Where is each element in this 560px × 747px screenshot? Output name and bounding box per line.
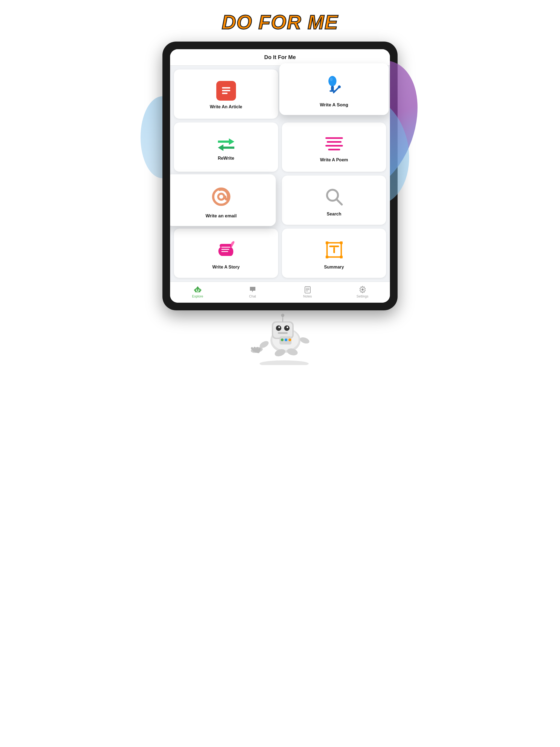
svg-point-47: [299, 336, 310, 344]
robot-illustration: [242, 305, 318, 365]
story-icon-svg: [215, 239, 237, 261]
rewrite-icon: [215, 136, 237, 152]
poem-icon: [324, 134, 344, 154]
svg-point-57: [288, 338, 291, 341]
card-write-email[interactable]: Write an email: [170, 175, 276, 226]
notes-icon: [304, 286, 311, 293]
svg-rect-19: [329, 246, 339, 247]
svg-rect-0: [222, 87, 230, 88]
email-icon-svg: [208, 184, 233, 209]
story-icon: [215, 239, 237, 261]
nav-explore-label: Explore: [192, 294, 203, 298]
nav-notes-label: Notes: [303, 294, 312, 298]
card-write-poem-label: Write A Poem: [320, 157, 348, 162]
poem-line-4: [328, 149, 340, 150]
svg-point-40: [278, 327, 280, 328]
svg-rect-16: [340, 241, 342, 244]
svg-rect-1: [222, 90, 230, 91]
nav-chat[interactable]: Chat: [242, 286, 263, 298]
app-header-title: Do It For Me: [264, 54, 296, 60]
rewrite-icon-svg: [215, 136, 237, 152]
card-write-article-label: Write An Article: [210, 104, 242, 109]
nav-explore[interactable]: Explore: [187, 286, 209, 298]
svg-point-44: [281, 314, 284, 317]
svg-rect-15: [326, 241, 328, 244]
card-rewrite[interactable]: ReWrite: [174, 123, 278, 172]
svg-line-13: [337, 199, 342, 205]
card-summary[interactable]: Summary: [282, 229, 386, 278]
gear-icon-svg: [359, 286, 366, 293]
card-write-story[interactable]: Write A Story: [174, 229, 278, 278]
page-title: DO FOR ME: [222, 11, 338, 33]
svg-rect-18: [340, 256, 342, 258]
summary-icon-svg: [323, 239, 345, 261]
svg-point-23: [196, 289, 197, 291]
svg-rect-2: [222, 93, 228, 94]
svg-line-7: [333, 87, 338, 93]
card-grid: Write An Article: [170, 66, 390, 282]
poem-line-1: [325, 137, 343, 139]
poem-line-2: [327, 141, 341, 143]
svg-rect-28: [200, 289, 201, 291]
tablet-frame: Do It For Me Write An Article: [162, 42, 398, 310]
robot-icon: [194, 286, 202, 293]
svg-point-11: [219, 195, 223, 199]
article-icon: [216, 81, 236, 101]
card-write-story-label: Write A Story: [212, 265, 240, 269]
svg-point-55: [281, 338, 284, 341]
settings-gear-icon: [359, 286, 366, 293]
nav-settings-label: Settings: [357, 294, 368, 298]
svg-rect-20: [333, 247, 335, 253]
song-icon: [321, 73, 347, 98]
svg-rect-5: [331, 85, 334, 91]
svg-point-38: [276, 325, 281, 331]
card-search[interactable]: Search: [282, 176, 386, 225]
svg-rect-27: [194, 289, 195, 291]
svg-rect-26: [197, 287, 198, 288]
card-write-song[interactable]: Write A Song: [279, 63, 388, 115]
svg-rect-37: [273, 323, 292, 338]
search-icon-svg: [323, 186, 345, 208]
svg-point-39: [284, 325, 289, 331]
notes-icon-svg: [304, 286, 311, 293]
chat-icon-svg: [249, 286, 256, 293]
svg-point-33: [361, 288, 364, 291]
search-icon: [323, 186, 345, 208]
nav-notes[interactable]: Notes: [297, 286, 319, 298]
nav-chat-label: Chat: [249, 294, 256, 298]
svg-point-24: [198, 289, 199, 291]
robot-decoration: [242, 305, 318, 366]
svg-rect-43: [282, 316, 283, 322]
bottom-nav: Explore Chat: [170, 282, 390, 303]
poem-line-3: [325, 145, 343, 147]
svg-point-3: [328, 76, 336, 86]
svg-rect-25: [196, 291, 199, 292]
card-write-article[interactable]: Write An Article: [174, 70, 278, 119]
svg-point-58: [259, 360, 309, 365]
card-write-email-label: Write an email: [206, 213, 237, 218]
article-icon-svg: [221, 85, 232, 96]
svg-point-56: [285, 338, 287, 341]
card-summary-label: Summary: [324, 265, 344, 269]
explore-icon: [194, 286, 202, 293]
svg-rect-17: [326, 256, 328, 258]
song-icon-svg: [321, 73, 347, 98]
card-write-poem[interactable]: Write A Poem: [282, 123, 386, 172]
svg-point-41: [286, 327, 288, 328]
svg-point-8: [338, 85, 341, 88]
svg-point-4: [330, 78, 333, 81]
nav-settings[interactable]: Settings: [352, 286, 374, 298]
card-write-song-label: Write A Song: [320, 102, 348, 107]
card-search-label: Search: [327, 212, 341, 216]
chat-icon: [249, 286, 256, 293]
summary-icon: [323, 239, 345, 261]
card-rewrite-label: ReWrite: [218, 156, 234, 161]
svg-rect-42: [278, 332, 288, 334]
tablet-screen: Do It For Me Write An Article: [170, 49, 390, 303]
email-icon: [208, 184, 233, 209]
